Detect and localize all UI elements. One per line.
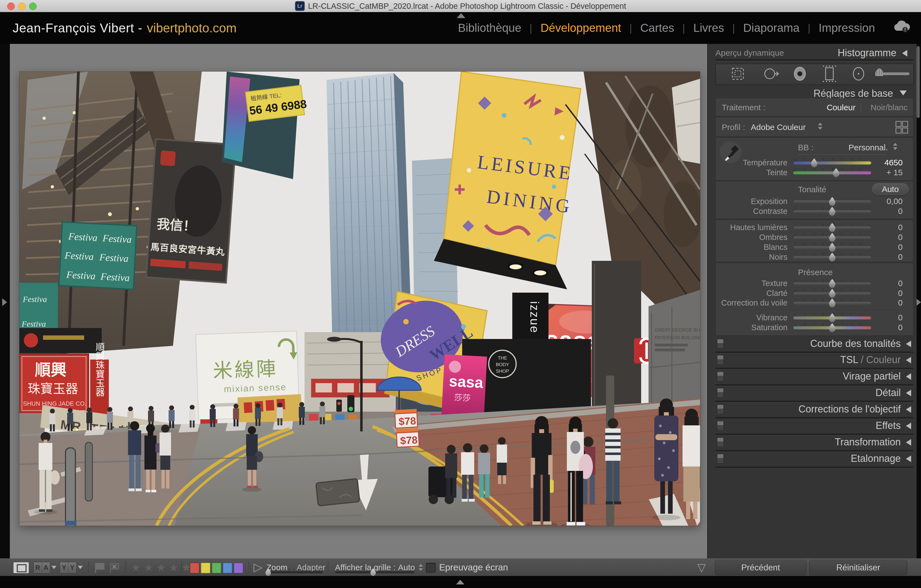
window-title: Lr LR-CLASSIC_CatMBP_2020.lrcat - Adobe …: [0, 0, 921, 12]
expand-icon[interactable]: [906, 340, 911, 347]
panel-hsl-color[interactable]: TSL / Couleur: [715, 353, 913, 367]
expand-icon[interactable]: [906, 423, 911, 429]
panel-toggle[interactable]: [717, 339, 724, 349]
vibrance-slider[interactable]: [793, 316, 871, 319]
soft-proofing-checkbox[interactable]: [426, 563, 436, 573]
before-after-view-button[interactable]: YY: [60, 562, 76, 573]
color-label-red[interactable]: [190, 562, 200, 573]
profile-updown-icon[interactable]: [817, 122, 823, 130]
panel-lens-corrections[interactable]: Corrections de l'objectif: [715, 402, 913, 416]
top-panel-collapse-arrow[interactable]: [457, 13, 465, 18]
panel-toggle[interactable]: [717, 388, 724, 397]
auto-tone-button[interactable]: Auto: [872, 183, 909, 195]
adjustment-brush-tool-icon[interactable]: [875, 68, 910, 76]
reference-view-button[interactable]: RA: [33, 562, 50, 573]
whites-slider-row: Blancs 0: [716, 243, 913, 252]
clarity-slider[interactable]: [793, 292, 871, 295]
color-label-purple[interactable]: [234, 562, 243, 573]
expand-icon[interactable]: [906, 373, 911, 380]
zoom-slider[interactable]: [266, 571, 323, 573]
sync-cloud-icon[interactable]: [892, 20, 910, 34]
panel-toggle[interactable]: [717, 404, 724, 414]
tone-detail-box: Hautes lumières 0 Ombres 0 Blancs 0 Noir…: [715, 220, 913, 262]
panel-tone-curve[interactable]: Courbe des tonalités: [715, 337, 913, 351]
before-after-dropdown-icon[interactable]: [78, 566, 83, 569]
reference-view-dropdown-icon[interactable]: [52, 566, 57, 569]
blacks-slider[interactable]: [793, 255, 871, 259]
temperature-slider-row: Température 4650: [716, 158, 913, 167]
module-impression[interactable]: Impression: [817, 21, 877, 34]
color-label-blue[interactable]: [223, 562, 233, 573]
impromptu-slideshow-button[interactable]: ▷: [254, 559, 262, 576]
white-balance-box: BB : Personnal. Température 4650 Teinte …: [715, 138, 913, 181]
contrast-slider[interactable]: [793, 210, 871, 213]
grid-size-slider[interactable]: [335, 571, 415, 573]
texture-slider[interactable]: [793, 282, 871, 285]
module-diaporama[interactable]: Diaporama: [741, 21, 802, 34]
module-developpement[interactable]: Développement: [539, 21, 623, 34]
loupe-view-button[interactable]: [13, 562, 29, 573]
flag-pick-icon[interactable]: [94, 562, 122, 575]
panel-toggle[interactable]: [717, 437, 724, 447]
panel-split-toning[interactable]: Virage partiel: [715, 369, 913, 383]
crop-tool-icon[interactable]: [732, 68, 744, 79]
expand-icon[interactable]: [906, 456, 911, 462]
expand-icon[interactable]: [906, 439, 911, 446]
wb-updown-icon[interactable]: [892, 142, 898, 151]
soft-proofing-label[interactable]: Epreuvage écran: [439, 559, 508, 576]
dehaze-slider[interactable]: [793, 301, 871, 305]
tool-strip: [715, 64, 914, 85]
shadows-slider[interactable]: [793, 236, 871, 239]
previous-button[interactable]: Précédent: [715, 560, 806, 575]
histogram-collapse-icon[interactable]: [902, 50, 907, 57]
treatment-bw-option[interactable]: Noir/blanc: [871, 103, 908, 112]
panel-scrollbar[interactable]: [917, 46, 920, 118]
red-eye-tool-icon[interactable]: [794, 67, 805, 80]
develop-canvas: FestivaFestiva FestivaFestiva FestivaFes…: [10, 44, 707, 559]
panel-transform[interactable]: Transformation: [715, 435, 913, 449]
panel-toggle[interactable]: [717, 355, 724, 365]
basic-panel-expand-icon[interactable]: [900, 91, 907, 95]
grid-mode-updown-icon[interactable]: [418, 563, 423, 572]
panel-toggle[interactable]: [717, 454, 724, 464]
color-label-green[interactable]: [212, 562, 221, 573]
exposure-slider[interactable]: [793, 200, 871, 203]
profile-value[interactable]: Adobe Couleur: [751, 122, 805, 132]
profile-browser-grid-icon[interactable]: [895, 121, 908, 134]
radial-filter-tool-icon[interactable]: [853, 67, 864, 80]
filmstrip-reveal-arrow[interactable]: [456, 580, 464, 585]
tint-slider[interactable]: [793, 171, 871, 174]
toolbar-options-dropdown[interactable]: ▽: [697, 560, 706, 575]
basic-panel-header[interactable]: Réglages de base: [814, 88, 893, 99]
panel-toggle[interactable]: [717, 371, 724, 381]
panel-toggle[interactable]: [717, 421, 724, 431]
whites-slider[interactable]: [793, 246, 871, 249]
fit-label[interactable]: Adapter: [296, 559, 325, 576]
saturation-slider[interactable]: [793, 326, 871, 329]
grid-mode[interactable]: Auto: [398, 559, 415, 576]
color-label-yellow[interactable]: [201, 562, 210, 573]
graduated-filter-tool-icon[interactable]: [823, 66, 836, 81]
panel-detail[interactable]: Détail: [715, 386, 913, 400]
treatment-color-option[interactable]: Couleur: [827, 103, 856, 112]
photo-hong-kong-street[interactable]: FestivaFestiva FestivaFestiva FestivaFes…: [20, 72, 700, 526]
module-cartes[interactable]: Cartes: [638, 21, 677, 34]
module-livres[interactable]: Livres: [691, 21, 726, 34]
highlights-slider[interactable]: [793, 226, 871, 229]
panel-effects[interactable]: Effets: [715, 419, 913, 433]
module-bibliotheque[interactable]: Bibliothèque: [456, 21, 524, 34]
star-rating[interactable]: ★★★★★: [131, 559, 194, 576]
spot-removal-tool-icon[interactable]: [765, 69, 778, 79]
identity-plate: Jean-François Vibert - vibertphoto.com: [13, 12, 236, 44]
temperature-slider[interactable]: [793, 161, 871, 165]
wb-value[interactable]: Personnal.: [849, 143, 888, 152]
right-panel-collapse-arrow[interactable]: [916, 298, 921, 306]
titlebar: Lr LR-CLASSIC_CatMBP_2020.lrcat - Adobe …: [0, 0, 921, 12]
reset-button[interactable]: Réinitialiser: [809, 560, 907, 575]
expand-icon[interactable]: [906, 390, 911, 396]
panel-calibration[interactable]: Etalonnage: [715, 451, 913, 466]
histogram-panel-header[interactable]: Histogramme: [838, 47, 897, 59]
expand-icon[interactable]: [906, 406, 911, 413]
left-panel-reveal-arrow[interactable]: [2, 298, 7, 306]
expand-icon[interactable]: [906, 357, 911, 363]
